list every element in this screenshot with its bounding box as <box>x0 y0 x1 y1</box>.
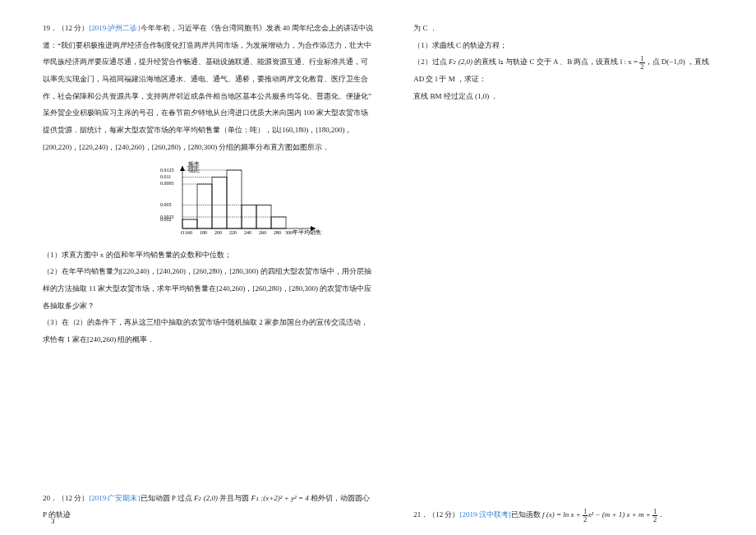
q20s2-pre: （2）过点 <box>413 58 449 66</box>
xcat-160: 160 <box>185 230 192 235</box>
histogram-chart: 0.002 0.0025 0.005 0.0095 0.011 0.0125 O… <box>158 161 322 240</box>
svg-rect-14 <box>227 170 242 228</box>
q19-sub2: （2）在年平均销售量为[220,240)，[240,260)，[260,280)… <box>43 263 374 314</box>
q20-f1: F₁ :(x+2)² + y² = 4 <box>251 494 308 502</box>
q20-text-pre: 已知动圆 P 过点 <box>141 494 194 502</box>
xcat-280: 280 <box>274 230 281 235</box>
q20-mid: 并且与圆 <box>218 494 251 502</box>
page-number: 3 <box>51 513 55 530</box>
problem-19: 19．（12 分）[2019·泸州二诊]今年年初，习近平在《告台湾同胞书》发表 … <box>43 20 374 156</box>
svg-rect-11 <box>182 219 197 228</box>
xcat-300: 300 <box>285 230 293 235</box>
q19-sub1: （1）求直方图中 x 的值和年平均销售量的众数和中位数； <box>43 247 374 264</box>
q21-eq-mid: x² − (m + 1) x + m + <box>588 510 652 519</box>
y-title-2: 组距 <box>188 167 200 173</box>
svg-rect-13 <box>212 177 227 228</box>
q20-sub2-line2: 直线 BM 经过定点 (1,0) ． <box>413 88 713 105</box>
q20-label: 20．（12 分） <box>43 494 89 502</box>
q20-source: [2019·广安期末] <box>89 494 140 502</box>
svg-rect-12 <box>197 184 212 228</box>
ytick-0.0095: 0.0095 <box>160 181 174 186</box>
xcat-240: 240 <box>244 230 251 235</box>
q20-continue: 为 C ． <box>413 20 713 37</box>
x-axis-label: 年平均销售量/吨 <box>293 229 322 235</box>
ytick-0.0025: 0.0025 <box>160 214 174 219</box>
q19-source: [2019·泸州二诊] <box>89 24 140 32</box>
xcat-220: 220 <box>229 230 237 235</box>
q21-eq-before: f (x) = ln x + <box>542 510 583 519</box>
ytick-0.0125: 0.0125 <box>160 167 174 172</box>
q20-sub1: （1）求曲线 C 的轨迹方程； <box>413 37 713 54</box>
ytick-0.011: 0.011 <box>160 174 171 179</box>
xcat-260: 260 <box>259 230 266 235</box>
q19-sub3: （3）在（2）的条件下，再从这三组中抽取的农贸市场中随机抽取 2 家参加国台办的… <box>43 314 374 348</box>
problem-20: 20．（12 分）[2019·广安期末]已知动圆 P 过点 F₂ (2,0) 并… <box>43 490 374 523</box>
q19-label: 19．（12 分） <box>43 24 89 32</box>
ytick-0.005: 0.005 <box>160 202 172 207</box>
svg-rect-17 <box>271 217 286 228</box>
q21-source: [2019·汉中联考] <box>459 510 510 519</box>
xcat-200: 200 <box>214 230 222 235</box>
q19-text: 今年年初，习近平在《告台湾同胞书》发表 40 周年纪念会上的讲话中说道：“我们要… <box>43 24 373 151</box>
problem-21: 21．（12 分）[2019·汉中联考]已知函数 f (x) = ln x + … <box>413 506 713 523</box>
q20-f2: F₂ (2,0) <box>194 494 218 502</box>
q20s2-f2: F₂ (2,0) <box>449 58 472 66</box>
xcat-180: 180 <box>200 230 207 235</box>
q20s2-mid1: 的直线 l₁ 与轨迹 C 交于 A 、B 两点，设直线 l : x = <box>472 58 639 66</box>
q21-tail: ． <box>657 510 665 519</box>
q21-pre: 已知函数 <box>511 510 542 519</box>
q21-label: 21．（12 分） <box>413 510 459 519</box>
q20-sub2: （2）过点 F₂ (2,0) 的直线 l₁ 与轨迹 C 交于 A 、B 两点，设… <box>413 53 713 87</box>
